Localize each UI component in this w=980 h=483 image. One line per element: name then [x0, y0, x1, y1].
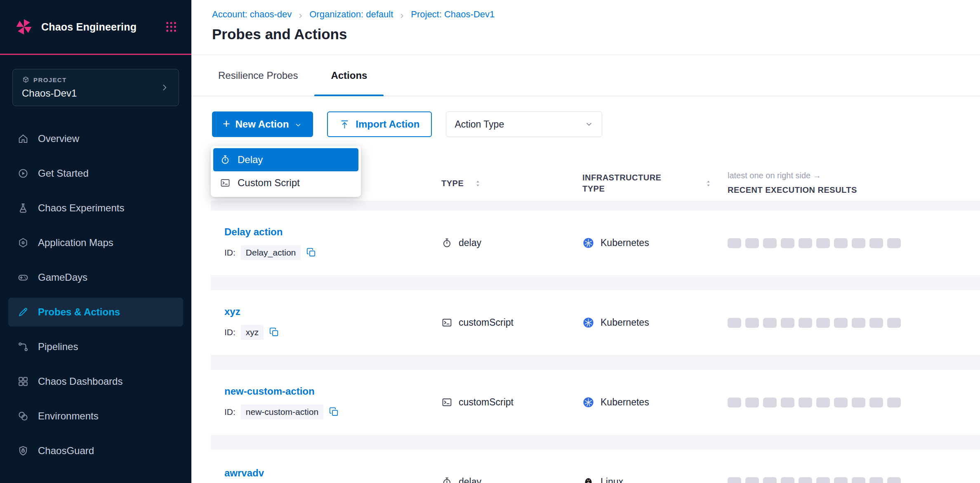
sidebar-item-chaos-dashboards[interactable]: Chaos Dashboards — [8, 367, 183, 396]
execution-result-placeholder — [869, 238, 883, 248]
sidebar-item-gamedays[interactable]: GameDays — [8, 263, 183, 292]
import-icon — [339, 119, 350, 130]
execution-result-placeholder — [799, 398, 812, 407]
infrastructure-value: Kubernetes — [601, 397, 649, 408]
infrastructure-value: Kubernetes — [601, 317, 649, 328]
toolbar: + New Action Import Action Action Type — [191, 96, 980, 137]
actions-table: TYPE INFRASTRUCTURE TYPE latest one on r… — [211, 166, 980, 483]
infrastructure-value: Kubernetes — [601, 237, 649, 249]
sidebar: Chaos Engineering PROJECT Chaos-Dev1 Ove… — [0, 0, 191, 483]
menu-item-custom-script[interactable]: Custom Script — [213, 171, 358, 194]
stopwatch-icon — [441, 237, 452, 249]
action-name-link[interactable]: new-custom-action — [224, 386, 441, 397]
execution-result-placeholder — [745, 477, 759, 483]
table-row: new-custom-action ID: new-custom-action … — [211, 370, 980, 435]
breadcrumb-organization-link[interactable]: Organization: default — [309, 9, 393, 20]
execution-results — [728, 398, 980, 407]
application-maps-icon — [17, 237, 29, 249]
menu-item-delay[interactable]: Delay — [213, 148, 358, 171]
new-action-button[interactable]: + New Action — [212, 111, 313, 137]
execution-result-placeholder — [745, 238, 759, 248]
action-type-value: customScript — [459, 397, 514, 408]
sidebar-item-application-maps[interactable]: Application Maps — [8, 228, 183, 257]
sidebar-item-environments[interactable]: Environments — [8, 402, 183, 431]
execution-results — [728, 477, 980, 483]
execution-result-placeholder — [799, 318, 812, 328]
header-infrastructure-type: INFRASTRUCTURE TYPE — [582, 172, 728, 194]
tab-actions[interactable]: Actions — [314, 55, 384, 96]
copy-icon[interactable] — [306, 247, 316, 258]
header-type: TYPE — [441, 178, 582, 189]
execution-result-placeholder — [887, 318, 901, 328]
execution-result-placeholder — [781, 318, 794, 328]
chaosguard-icon — [17, 445, 29, 457]
breadcrumb-project-link[interactable]: Project: Chaos-Dev1 — [411, 9, 495, 20]
infrastructure-cell: Kubernetes — [582, 317, 728, 329]
project-cube-icon — [22, 76, 30, 84]
execution-result-placeholder — [887, 477, 901, 483]
action-id-chip: Delay_action — [241, 245, 301, 260]
import-action-button[interactable]: Import Action — [327, 111, 432, 137]
execution-result-placeholder — [763, 318, 777, 328]
action-id-row: ID: Delay_action — [224, 245, 441, 260]
sidebar-item-chaos-experiments[interactable]: Chaos Experiments — [8, 194, 183, 223]
action-type-cell: customScript — [441, 317, 582, 328]
action-id-row: ID: xyz — [224, 325, 441, 340]
sort-icon[interactable] — [474, 179, 482, 188]
action-name-link[interactable]: awrvadv — [224, 467, 441, 479]
sidebar-nav: Overview Get Started Chaos Experiments A… — [0, 124, 191, 465]
copy-icon[interactable] — [269, 327, 279, 337]
table-row: awrvadv delay Linux — [211, 450, 980, 483]
execution-result-placeholder — [869, 318, 883, 328]
sidebar-item-probes-actions[interactable]: Probes & Actions — [8, 298, 183, 327]
tabs: Resilience Probes Actions — [191, 55, 980, 96]
action-name-link[interactable]: xyz — [224, 306, 441, 317]
tab-resilience-probes[interactable]: Resilience Probes — [202, 55, 314, 96]
action-type-value: delay — [459, 476, 481, 483]
chaos-engineering-logo-icon — [14, 17, 34, 37]
environments-icon — [17, 410, 29, 422]
copy-icon[interactable] — [329, 407, 339, 417]
execution-result-placeholder — [763, 398, 777, 407]
project-selector[interactable]: PROJECT Chaos-Dev1 — [12, 69, 179, 106]
stopwatch-icon — [220, 154, 231, 165]
results-hint: latest one on right side → — [728, 171, 980, 180]
execution-result-placeholder — [816, 477, 830, 483]
execution-result-placeholder — [728, 477, 741, 483]
page-title: Probes and Actions — [212, 26, 980, 43]
execution-result-placeholder — [781, 398, 794, 407]
module-switcher-grid-icon[interactable] — [165, 21, 177, 33]
stopwatch-icon — [441, 476, 452, 483]
probes-actions-icon — [17, 306, 29, 318]
app-title: Chaos Engineering — [41, 21, 137, 33]
sidebar-item-overview[interactable]: Overview — [8, 124, 183, 153]
chevron-down-icon — [584, 120, 594, 129]
action-name-link[interactable]: Delay action — [224, 226, 441, 238]
action-type-cell: customScript — [441, 397, 582, 408]
execution-result-placeholder — [869, 398, 883, 407]
chevron-down-icon — [294, 120, 302, 128]
execution-result-placeholder — [834, 238, 848, 248]
table-body: Delay action ID: Delay_action delay Kube… — [211, 201, 980, 483]
sidebar-item-pipelines[interactable]: Pipelines — [8, 332, 183, 361]
execution-result-placeholder — [816, 318, 830, 328]
sidebar-item-get-started[interactable]: Get Started — [8, 159, 183, 188]
execution-result-placeholder — [745, 398, 759, 407]
execution-results — [728, 238, 980, 248]
action-type-select[interactable]: Action Type — [446, 111, 602, 137]
execution-result-placeholder — [852, 477, 865, 483]
dashboards-icon — [17, 376, 29, 387]
action-type-cell: delay — [441, 237, 582, 249]
execution-result-placeholder — [834, 318, 848, 328]
sidebar-item-chaosguard[interactable]: ChaosGuard — [8, 436, 183, 465]
execution-result-placeholder — [852, 318, 865, 328]
execution-result-placeholder — [728, 318, 741, 328]
breadcrumb-account-link[interactable]: Account: chaos-dev — [212, 9, 292, 20]
kubernetes-icon — [582, 396, 594, 408]
execution-result-placeholder — [745, 318, 759, 328]
infrastructure-cell: Kubernetes — [582, 396, 728, 408]
sort-icon[interactable] — [704, 179, 713, 188]
plus-icon: + — [223, 118, 230, 130]
execution-result-placeholder — [763, 477, 777, 483]
execution-result-placeholder — [852, 238, 865, 248]
